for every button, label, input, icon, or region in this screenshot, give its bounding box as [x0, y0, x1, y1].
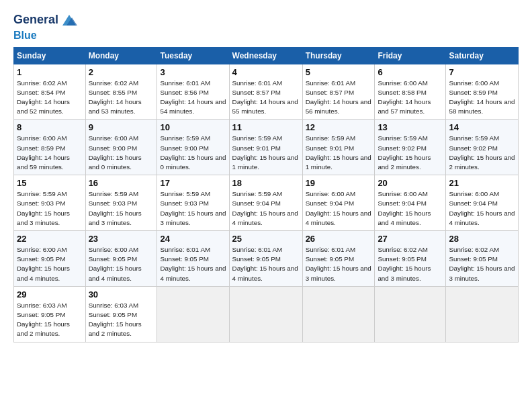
day-info: Sunrise: 6:00 AMSunset: 8:59 PMDaylight:… [449, 79, 515, 117]
weekday-header: Wednesday [229, 47, 302, 64]
calendar-week-row: 1 Sunrise: 6:02 AMSunset: 8:54 PMDayligh… [14, 64, 519, 120]
logo-icon [60, 11, 79, 30]
day-info: Sunrise: 6:00 AMSunset: 9:05 PMDaylight:… [17, 245, 83, 283]
calendar-day-cell: 1 Sunrise: 6:02 AMSunset: 8:54 PMDayligh… [14, 64, 86, 120]
logo-text: General [13, 13, 58, 27]
calendar-day-cell: 26 Sunrise: 6:01 AMSunset: 9:05 PMDaylig… [302, 231, 375, 287]
day-info: Sunrise: 6:02 AMSunset: 9:05 PMDaylight:… [449, 245, 515, 283]
page: General Blue SundayMondayTuesdayWednesda… [0, 0, 532, 411]
day-info: Sunrise: 6:01 AMSunset: 8:57 PMDaylight:… [232, 79, 300, 117]
day-info: Sunrise: 5:59 AMSunset: 9:01 PMDaylight:… [232, 134, 300, 172]
day-info: Sunrise: 6:01 AMSunset: 9:05 PMDaylight:… [306, 245, 372, 283]
day-info: Sunrise: 5:59 AMSunset: 9:00 PMDaylight:… [160, 134, 226, 172]
calendar-day-cell: 12 Sunrise: 5:59 AMSunset: 9:01 PMDaylig… [302, 120, 375, 175]
calendar-day-cell: 19 Sunrise: 6:00 AMSunset: 9:04 PMDaylig… [302, 175, 375, 231]
day-info: Sunrise: 6:03 AMSunset: 9:05 PMDaylight:… [17, 301, 83, 339]
calendar-day-cell: 15 Sunrise: 5:59 AMSunset: 9:03 PMDaylig… [14, 175, 86, 231]
day-number: 8 [17, 122, 83, 132]
day-info: Sunrise: 6:00 AMSunset: 9:00 PMDaylight:… [89, 134, 154, 172]
calendar-day-cell: 24 Sunrise: 6:01 AMSunset: 9:05 PMDaylig… [157, 231, 229, 287]
logo: General Blue [13, 11, 79, 42]
calendar-day-cell: 10 Sunrise: 5:59 AMSunset: 9:00 PMDaylig… [157, 120, 229, 175]
day-number: 18 [232, 178, 300, 188]
day-info: Sunrise: 6:02 AMSunset: 9:05 PMDaylight:… [378, 245, 443, 283]
day-info: Sunrise: 6:00 AMSunset: 9:04 PMDaylight:… [306, 189, 372, 228]
calendar-day-cell: 4 Sunrise: 6:01 AMSunset: 8:57 PMDayligh… [229, 64, 302, 120]
day-info: Sunrise: 6:00 AMSunset: 9:04 PMDaylight:… [449, 189, 515, 228]
day-number: 3 [160, 67, 226, 77]
day-info: Sunrise: 5:59 AMSunset: 9:01 PMDaylight:… [306, 134, 372, 172]
calendar-day-cell: 6 Sunrise: 6:00 AMSunset: 8:58 PMDayligh… [375, 64, 446, 120]
day-number: 27 [378, 234, 443, 244]
day-number: 11 [232, 122, 300, 132]
day-info: Sunrise: 5:59 AMSunset: 9:03 PMDaylight:… [17, 189, 83, 228]
day-info: Sunrise: 6:00 AMSunset: 9:05 PMDaylight:… [89, 245, 154, 283]
calendar-week-row: 15 Sunrise: 5:59 AMSunset: 9:03 PMDaylig… [14, 175, 519, 231]
day-number: 24 [160, 234, 226, 244]
calendar-day-cell: 8 Sunrise: 6:00 AMSunset: 8:59 PMDayligh… [14, 120, 86, 175]
day-info: Sunrise: 6:01 AMSunset: 8:56 PMDaylight:… [160, 79, 226, 117]
calendar-day-cell: 22 Sunrise: 6:00 AMSunset: 9:05 PMDaylig… [14, 231, 86, 287]
day-number: 26 [306, 234, 372, 244]
weekday-header: Thursday [302, 47, 375, 64]
day-info: Sunrise: 6:00 AMSunset: 8:58 PMDaylight:… [378, 79, 443, 117]
day-info: Sunrise: 6:02 AMSunset: 8:55 PMDaylight:… [89, 79, 154, 117]
weekday-header: Monday [85, 47, 157, 64]
day-info: Sunrise: 6:01 AMSunset: 9:05 PMDaylight:… [232, 245, 300, 283]
calendar-table: SundayMondayTuesdayWednesdayThursdayFrid… [13, 47, 519, 342]
calendar-day-cell: 7 Sunrise: 6:00 AMSunset: 8:59 PMDayligh… [446, 64, 519, 120]
day-number: 21 [449, 178, 515, 188]
calendar-day-cell: 9 Sunrise: 6:00 AMSunset: 9:00 PMDayligh… [85, 120, 157, 175]
day-number: 2 [89, 67, 154, 77]
calendar-day-cell: 16 Sunrise: 5:59 AMSunset: 9:03 PMDaylig… [85, 175, 157, 231]
day-number: 23 [89, 234, 154, 244]
day-number: 30 [89, 289, 154, 300]
day-number: 28 [449, 234, 515, 244]
day-info: Sunrise: 5:59 AMSunset: 9:02 PMDaylight:… [449, 134, 515, 172]
calendar-day-cell: 23 Sunrise: 6:00 AMSunset: 9:05 PMDaylig… [85, 231, 157, 287]
day-number: 14 [449, 122, 515, 132]
day-number: 17 [160, 178, 226, 188]
day-info: Sunrise: 5:59 AMSunset: 9:03 PMDaylight:… [89, 189, 154, 228]
day-number: 19 [306, 178, 372, 188]
calendar-day-cell: 29 Sunrise: 6:03 AMSunset: 9:05 PMDaylig… [14, 286, 86, 342]
day-number: 12 [306, 122, 372, 132]
calendar-day-cell: 11 Sunrise: 5:59 AMSunset: 9:01 PMDaylig… [229, 120, 302, 175]
weekday-header: Sunday [14, 47, 86, 64]
day-number: 25 [232, 234, 300, 244]
day-info: Sunrise: 6:03 AMSunset: 9:05 PMDaylight:… [89, 301, 154, 339]
day-number: 9 [89, 122, 154, 132]
calendar-day-cell: 5 Sunrise: 6:01 AMSunset: 8:57 PMDayligh… [302, 64, 375, 120]
day-number: 6 [378, 67, 443, 77]
calendar-day-cell [157, 286, 229, 342]
weekday-header: Friday [375, 47, 446, 64]
day-info: Sunrise: 6:00 AMSunset: 8:59 PMDaylight:… [17, 134, 83, 172]
calendar-day-cell: 14 Sunrise: 5:59 AMSunset: 9:02 PMDaylig… [446, 120, 519, 175]
day-number: 16 [89, 178, 154, 188]
day-info: Sunrise: 6:01 AMSunset: 8:57 PMDaylight:… [306, 79, 372, 117]
day-number: 4 [232, 67, 300, 77]
day-number: 10 [160, 122, 226, 132]
calendar-day-cell: 20 Sunrise: 6:00 AMSunset: 9:04 PMDaylig… [375, 175, 446, 231]
weekday-header: Saturday [446, 47, 519, 64]
calendar-day-cell: 27 Sunrise: 6:02 AMSunset: 9:05 PMDaylig… [375, 231, 446, 287]
calendar-day-cell: 28 Sunrise: 6:02 AMSunset: 9:05 PMDaylig… [446, 231, 519, 287]
calendar-day-cell [375, 286, 446, 342]
day-number: 5 [306, 67, 372, 77]
day-number: 20 [378, 178, 443, 188]
day-number: 15 [17, 178, 83, 188]
day-info: Sunrise: 6:01 AMSunset: 9:05 PMDaylight:… [160, 245, 226, 283]
calendar-day-cell: 17 Sunrise: 5:59 AMSunset: 9:03 PMDaylig… [157, 175, 229, 231]
calendar-day-cell: 21 Sunrise: 6:00 AMSunset: 9:04 PMDaylig… [446, 175, 519, 231]
day-info: Sunrise: 5:59 AMSunset: 9:04 PMDaylight:… [232, 189, 300, 228]
day-info: Sunrise: 5:59 AMSunset: 9:03 PMDaylight:… [160, 189, 226, 228]
calendar-day-cell [229, 286, 302, 342]
calendar-day-cell: 30 Sunrise: 6:03 AMSunset: 9:05 PMDaylig… [85, 286, 157, 342]
calendar-day-cell: 18 Sunrise: 5:59 AMSunset: 9:04 PMDaylig… [229, 175, 302, 231]
day-info: Sunrise: 6:00 AMSunset: 9:04 PMDaylight:… [378, 189, 443, 228]
calendar-week-row: 22 Sunrise: 6:00 AMSunset: 9:05 PMDaylig… [14, 231, 519, 287]
header: General Blue [13, 11, 519, 42]
calendar-day-cell: 25 Sunrise: 6:01 AMSunset: 9:05 PMDaylig… [229, 231, 302, 287]
calendar-day-cell: 3 Sunrise: 6:01 AMSunset: 8:56 PMDayligh… [157, 64, 229, 120]
weekday-header: Tuesday [157, 47, 229, 64]
